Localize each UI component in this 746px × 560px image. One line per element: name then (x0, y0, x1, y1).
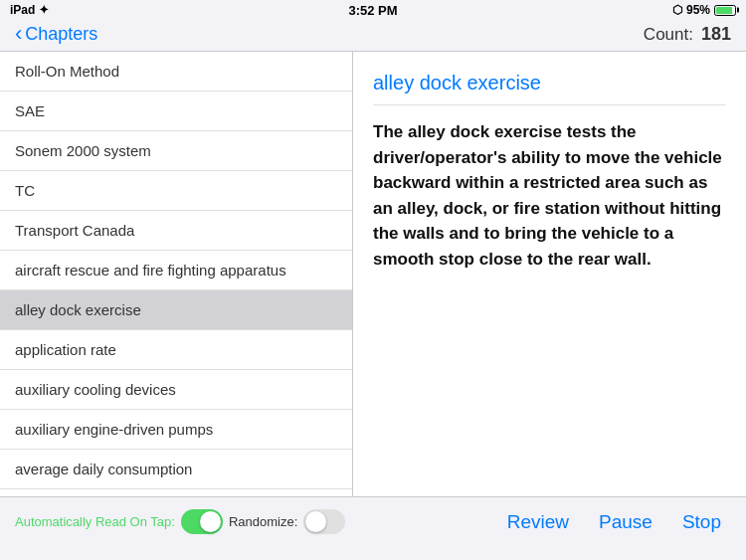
status-right: ⬡ 95% (672, 3, 736, 17)
main-content: Roll-On MethodSAESonem 2000 systemTCTran… (0, 52, 746, 496)
list-panel[interactable]: Roll-On MethodSAESonem 2000 systemTCTran… (0, 52, 353, 496)
bottom-toolbar: Automatically Read On Tap: Randomize: Re… (0, 496, 746, 546)
status-left: iPad ✦ (10, 3, 49, 17)
nav-bar: ‹ Chapters Count: 181 (0, 20, 746, 52)
list-item[interactable]: TC (0, 171, 352, 211)
stop-button[interactable]: Stop (672, 507, 731, 537)
list-item[interactable]: alley dock exercise (0, 290, 352, 330)
list-item[interactable]: bleeder valve (0, 489, 352, 496)
back-chevron-icon: ‹ (15, 23, 22, 45)
status-time: 3:52 PM (348, 3, 397, 18)
battery-icon (714, 5, 736, 16)
list-item[interactable]: auxiliary cooling devices (0, 370, 352, 410)
list-item[interactable]: application rate (0, 330, 352, 370)
list-item[interactable]: average daily consumption (0, 450, 352, 489)
list-item[interactable]: Transport Canada (0, 211, 352, 251)
count-label: Count: (644, 25, 693, 45)
device-label: iPad (10, 3, 35, 17)
list-item[interactable]: auxiliary engine-driven pumps (0, 410, 352, 450)
count-value: 181 (701, 24, 731, 45)
toolbar-actions: Review Pause Stop (497, 507, 731, 537)
back-label[interactable]: Chapters (25, 24, 97, 45)
pause-button[interactable]: Pause (589, 507, 662, 537)
detail-panel: alley dock exercise The alley dock exerc… (353, 52, 746, 496)
list-item[interactable]: SAE (0, 92, 352, 131)
back-button[interactable]: ‹ Chapters (15, 24, 97, 45)
list-item[interactable]: Roll-On Method (0, 52, 352, 92)
detail-body: The alley dock exercise tests the driver… (373, 119, 726, 272)
battery-percent: 95% (686, 3, 710, 17)
auto-read-toggle[interactable] (181, 509, 223, 534)
list-item[interactable]: aircraft rescue and fire fighting appara… (0, 251, 352, 290)
list-item[interactable]: Sonem 2000 system (0, 131, 352, 171)
toolbar-left: Automatically Read On Tap: Randomize: (15, 509, 497, 534)
detail-title: alley dock exercise (373, 72, 726, 105)
auto-read-label: Automatically Read On Tap: (15, 514, 175, 529)
nav-count: Count: 181 (644, 24, 731, 45)
status-bar: iPad ✦ 3:52 PM ⬡ 95% (0, 0, 746, 20)
bluetooth-icon: ⬡ (672, 3, 682, 17)
wifi-icon: ✦ (39, 3, 49, 17)
randomize-label: Randomize: (229, 514, 297, 529)
review-button[interactable]: Review (497, 507, 579, 537)
randomize-toggle[interactable] (303, 509, 345, 534)
